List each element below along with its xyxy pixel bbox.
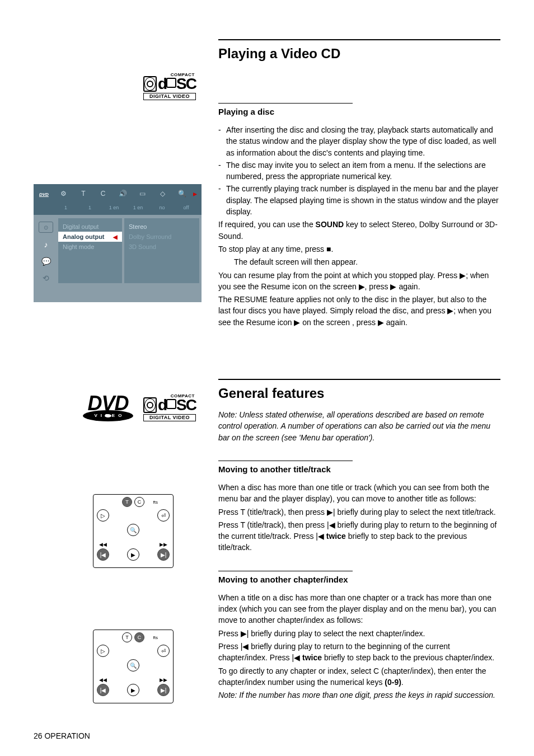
osd-option: 3D Sound	[129, 242, 195, 252]
remote-rev-icon: ◀◀	[99, 542, 107, 547]
osd-sub-value: no	[150, 205, 174, 210]
section-note: Note: If the number has more than one di…	[218, 689, 500, 701]
subsection-title: Moving to another chapter/index	[218, 575, 348, 584]
osd-top-subtitle-icon: ▭	[133, 190, 152, 198]
remote-zoom-button: 🔍	[127, 524, 139, 536]
subsection-title: Playing a disc	[218, 107, 308, 116]
osd-sub-value: off	[174, 205, 198, 210]
remote-t-button: T	[122, 497, 132, 507]
osd-item: Night mode	[63, 242, 118, 252]
remote-fts-label: fts	[147, 500, 158, 505]
remote-c-button: C	[134, 632, 144, 642]
body-text: To go directly to any chapter or index, …	[218, 665, 500, 688]
osd-top-gear-icon: ⚙	[54, 190, 73, 198]
compact-disc-digital-video-logo: COMPACT dSC DIGITAL VIDEO	[143, 73, 196, 100]
body-text: Press T (title/track), then press ▶| bri…	[218, 506, 500, 518]
remote-prev-button: |◀	[97, 548, 109, 561]
body-text: The default screen will then appear.	[218, 256, 500, 267]
dvd-video-logo: DVD VIDEO	[83, 393, 133, 421]
footer-label: OPERATION	[44, 731, 90, 740]
remote-zoom-button: 🔍	[127, 659, 139, 672]
body-text: The RESUME feature applies not only to t…	[218, 294, 500, 328]
remote-prev-button: |◀	[97, 684, 109, 696]
osd-tab-subtitle-icon: 💬	[40, 256, 51, 266]
osd-top-audio-icon: 🔊	[113, 190, 133, 198]
section-title: Playing a Video CD	[218, 39, 500, 62]
osd-item: Digital output	[63, 222, 118, 232]
body-text: When a disc has more than one title or t…	[218, 482, 500, 505]
osd-option: Stereo	[129, 222, 195, 232]
body-text: If required, you can use the SOUND key t…	[218, 219, 500, 242]
body-text: Press T (title/track), then press |◀ bri…	[218, 519, 500, 553]
remote-t-button: T	[122, 632, 132, 642]
remote-rev-icon: ◀◀	[99, 677, 107, 683]
remote-play-button: ▶	[127, 684, 139, 696]
osd-top-c: C	[93, 190, 113, 198]
remote-next-button: ▶|	[157, 548, 170, 561]
osd-tab-features-icon: ⟲	[40, 273, 51, 283]
body-text: Press ▶| briefly during play to select t…	[218, 628, 500, 639]
body-text: You can resume play from the point at wh…	[218, 270, 500, 293]
osd-sub-value: 1 en	[102, 205, 126, 210]
remote-fts-label: fts	[147, 635, 158, 640]
remote-angle-button: ▷	[97, 509, 109, 522]
page-footer: 26 OPERATION	[34, 731, 500, 740]
remote-play-button: ▶	[127, 548, 139, 561]
remote-next-button: ▶|	[157, 684, 170, 696]
osd-option: Dolby Surround	[129, 232, 195, 242]
osd-dvd-badge: DVD	[39, 192, 54, 197]
disc-logo-text: dSC	[158, 76, 196, 92]
osd-tab-video-icon: ⊙	[39, 222, 53, 233]
remote-control-graphic: T C fts ▷ ⏎ 🔍 ◀◀ |◀ ▶	[93, 630, 174, 703]
compact-disc-digital-video-logo: COMPACT dSC DIGITAL VIDEO	[143, 394, 196, 421]
section-title: General features	[218, 379, 500, 401]
remote-return-button: ⏎	[157, 509, 170, 522]
osd-arrow-right-icon: ▸	[192, 189, 198, 198]
osd-item-selected: Analog output◀	[58, 232, 122, 242]
body-text: To stop play at any time, press ■.	[218, 243, 500, 255]
osd-top-zoom-icon: 🔍	[172, 190, 192, 198]
list-item: After inserting the disc and closing the…	[218, 124, 500, 158]
osd-sub-value: 1	[54, 205, 78, 210]
body-text: Press |◀ briefly during play to return t…	[218, 641, 500, 664]
osd-top-t: T	[73, 190, 93, 198]
subsection-title: Moving to another title/track	[218, 464, 331, 474]
remote-control-graphic: T C fts ▷ ⏎ 🔍 ◀◀ |◀ ▶	[93, 494, 174, 568]
body-text: When a title on a disc has more than one…	[218, 592, 500, 626]
osd-sub-value: 1	[78, 205, 102, 210]
remote-fwd-icon: ▶▶	[160, 542, 167, 547]
page-number: 26	[34, 731, 43, 740]
remote-angle-button: ▷	[97, 645, 109, 657]
osd-top-angle-icon: ◇	[152, 190, 172, 198]
remote-c-button: C	[134, 497, 144, 507]
list-item: The disc may invite you to select an ite…	[218, 159, 500, 182]
instruction-list: After inserting the disc and closing the…	[218, 124, 500, 217]
list-item: The currently playing track number is di…	[218, 183, 500, 217]
osd-tab-audio-icon: ♪	[40, 240, 51, 250]
osd-menu-graphic: DVD ⚙ T C 🔊 ▭ ◇ 🔍 ▸ 1 1	[34, 184, 202, 302]
section-note: Note: Unless stated otherwise, all opera…	[218, 409, 500, 443]
osd-sub-value: 1 en	[126, 205, 150, 210]
remote-return-button: ⏎	[157, 645, 170, 657]
remote-fwd-icon: ▶▶	[160, 677, 167, 683]
